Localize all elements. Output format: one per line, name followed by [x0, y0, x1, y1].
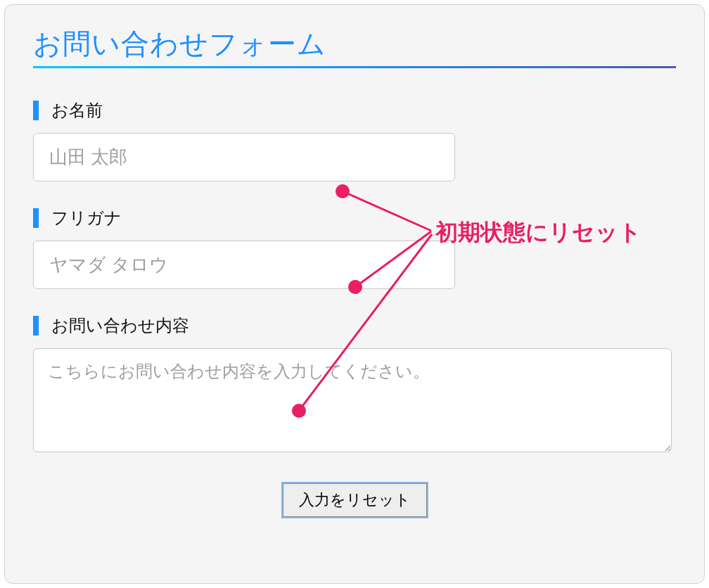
label-bar-icon [33, 101, 39, 120]
form-card: お問い合わせフォーム お名前 フリガナ お問い合わせ内容 入力をリセット [4, 4, 705, 584]
form-title: お問い合わせフォーム [33, 25, 676, 63]
kana-input[interactable] [33, 241, 455, 289]
label-name: お名前 [51, 99, 103, 122]
title-underline [33, 66, 676, 68]
label-row-body: お問い合わせ内容 [33, 314, 676, 337]
label-body: お問い合わせ内容 [51, 314, 189, 337]
body-textarea[interactable] [33, 348, 672, 452]
label-bar-icon [33, 208, 39, 228]
field-kana: フリガナ [33, 207, 676, 289]
label-kana: フリガナ [51, 207, 122, 229]
label-row-kana: フリガナ [33, 207, 676, 229]
name-input[interactable] [33, 133, 455, 181]
label-bar-icon [33, 316, 39, 335]
field-name: お名前 [33, 99, 676, 181]
reset-button[interactable]: 入力をリセット [283, 483, 427, 517]
field-body: お問い合わせ内容 [33, 314, 676, 455]
button-row: 入力をリセット [33, 483, 676, 517]
label-row-name: お名前 [33, 99, 676, 122]
svg-point-1 [336, 184, 350, 198]
